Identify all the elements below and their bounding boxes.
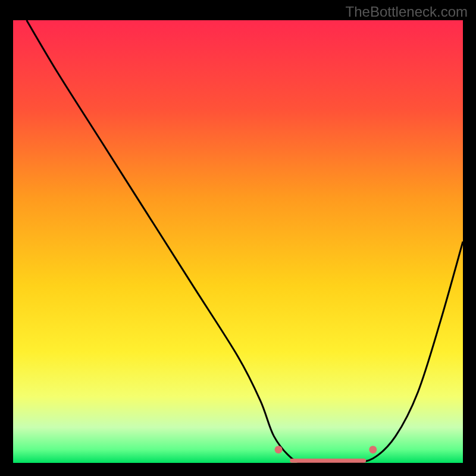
background-gradient [13, 20, 463, 463]
watermark-text: TheBottleneck.com [346, 4, 468, 20]
svg-rect-0 [13, 20, 463, 463]
plot-area [13, 20, 463, 463]
chart-container: TheBottleneck.com [0, 0, 476, 476]
